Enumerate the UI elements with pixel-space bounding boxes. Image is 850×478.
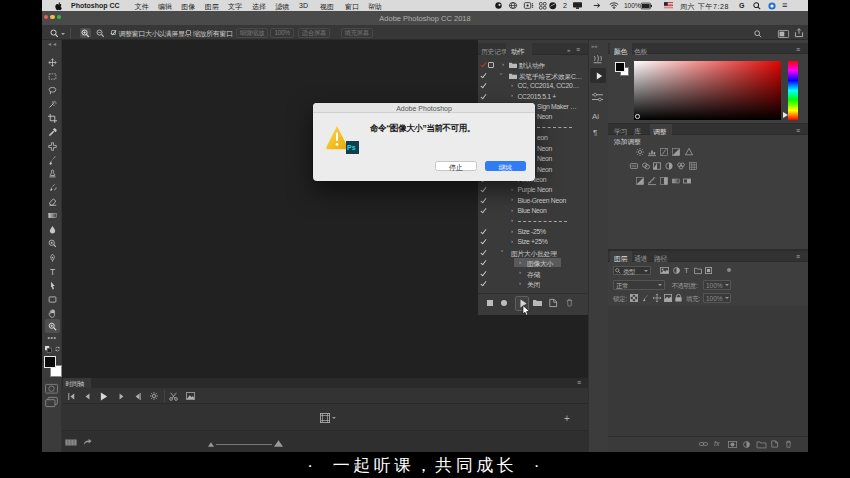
- svg-text:T: T: [49, 268, 54, 277]
